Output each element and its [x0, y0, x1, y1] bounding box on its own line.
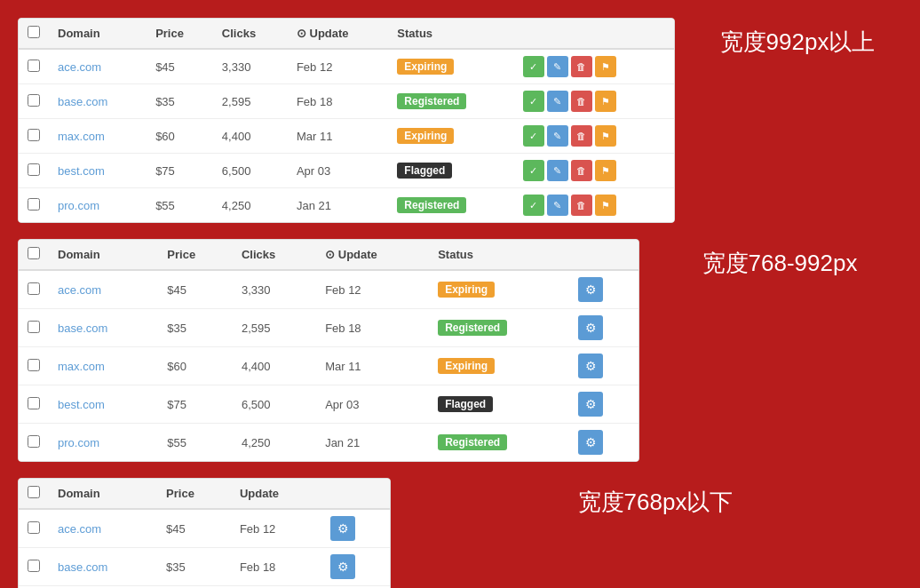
row-checkbox[interactable]	[28, 129, 40, 141]
delete-button[interactable]: 🗑	[571, 195, 592, 216]
cell-status: Expiring	[388, 119, 513, 154]
cell-price: $55	[158, 424, 233, 462]
row-checkbox[interactable]	[28, 359, 40, 371]
section-large: Domain Price Clicks ⊙ Update Status ace.…	[18, 18, 902, 223]
cell-update: Feb 18	[316, 309, 429, 347]
row-checkbox[interactable]	[28, 521, 40, 534]
cell-update: Jan 21	[288, 188, 388, 223]
table-row: best.com $75 6,500 Apr 03 Flagged ✓ ✎ 🗑 …	[19, 154, 674, 188]
row-checkbox[interactable]	[28, 282, 40, 295]
label-small: 宽度768px以下	[408, 478, 902, 518]
cell-update: Feb 12	[316, 270, 429, 309]
row-checkbox[interactable]	[28, 321, 40, 333]
flag-button[interactable]: ⚑	[595, 160, 616, 181]
section-small: Domain Price Update ace.com $45 Feb 12 ⚙…	[18, 478, 902, 588]
col-status-lg: Status	[388, 19, 513, 49]
check-button[interactable]: ✓	[523, 125, 544, 147]
cell-status: Registered	[388, 84, 513, 119]
cell-update: Mar 11	[288, 119, 388, 154]
check-button[interactable]: ✓	[523, 195, 544, 216]
delete-button[interactable]: 🗑	[571, 56, 592, 77]
edit-button[interactable]: ✎	[547, 160, 568, 181]
delete-button[interactable]: 🗑	[571, 125, 592, 147]
table-small: Domain Price Update ace.com $45 Feb 12 ⚙…	[18, 478, 391, 588]
table-row: pro.com $55 4,250 Jan 21 Registered ⚙	[19, 424, 638, 462]
gear-button[interactable]: ⚙	[578, 277, 603, 302]
cell-update: Feb 12	[288, 49, 388, 84]
gear-button[interactable]: ⚙	[578, 392, 603, 417]
cell-domain: pro.com	[49, 188, 147, 223]
col-clicks-md: Clicks	[233, 240, 316, 270]
cell-update: Apr 03	[288, 154, 388, 188]
cell-price: $45	[157, 509, 231, 548]
table-row: max.com $60 4,400 Mar 11 Expiring ✓ ✎ 🗑 …	[19, 119, 674, 154]
cell-update: Jan 21	[316, 424, 429, 462]
cell-clicks: 4,400	[213, 119, 288, 154]
cell-update: Feb 12	[231, 509, 321, 548]
flag-button[interactable]: ⚑	[595, 195, 616, 216]
cell-domain: best.com	[49, 154, 147, 188]
cell-actions: ⚙	[569, 347, 638, 385]
edit-button[interactable]: ✎	[547, 56, 568, 77]
check-button[interactable]: ✓	[523, 91, 544, 112]
cell-actions: ⚙	[569, 270, 638, 309]
col-update-sm: Update	[231, 479, 321, 509]
cell-domain: max.com	[49, 347, 158, 385]
gear-button[interactable]: ⚙	[330, 554, 355, 579]
table-row: ace.com $45 3,330 Feb 12 Expiring ✓ ✎ 🗑 …	[19, 49, 674, 84]
cell-clicks: 4,250	[233, 424, 316, 462]
flag-button[interactable]: ⚑	[595, 56, 616, 77]
row-checkbox[interactable]	[28, 198, 40, 211]
section-medium: Domain Price Clicks ⊙ Update Status ace.…	[18, 239, 902, 462]
edit-button[interactable]: ✎	[547, 195, 568, 216]
cell-price: $75	[147, 154, 213, 188]
check-button[interactable]: ✓	[523, 56, 544, 77]
row-checkbox[interactable]	[28, 94, 40, 107]
flag-button[interactable]: ⚑	[595, 125, 616, 147]
cell-domain: base.com	[49, 309, 158, 347]
cell-actions: ✓ ✎ 🗑 ⚑	[514, 188, 674, 223]
cell-domain: max.com	[49, 119, 147, 154]
cell-clicks: 2,595	[233, 309, 316, 347]
cell-clicks: 4,250	[213, 188, 288, 223]
cell-actions: ⚙	[569, 309, 638, 347]
table-large: Domain Price Clicks ⊙ Update Status ace.…	[18, 18, 675, 223]
col-clicks-lg: Clicks	[213, 19, 288, 49]
col-actions-md	[569, 240, 638, 270]
cell-status: Registered	[388, 188, 513, 223]
select-all-md[interactable]	[28, 247, 40, 259]
delete-button[interactable]: 🗑	[571, 160, 592, 181]
select-all-lg[interactable]	[28, 26, 40, 38]
row-checkbox[interactable]	[28, 60, 40, 72]
cell-update: Feb 18	[231, 548, 321, 586]
edit-button[interactable]: ✎	[547, 91, 568, 112]
row-checkbox[interactable]	[28, 163, 40, 176]
edit-button[interactable]: ✎	[547, 125, 568, 147]
cell-domain: ace.com	[49, 270, 158, 309]
cell-domain: best.com	[49, 385, 158, 424]
row-checkbox[interactable]	[28, 435, 40, 448]
gear-button[interactable]: ⚙	[330, 516, 355, 541]
cell-update: Mar 11	[316, 347, 429, 385]
col-price-md: Price	[158, 240, 233, 270]
cell-domain: base.com	[49, 84, 147, 119]
check-button[interactable]: ✓	[523, 160, 544, 181]
gear-button[interactable]: ⚙	[578, 430, 603, 455]
table-row: best.com $75 6,500 Apr 03 Flagged ⚙	[19, 385, 638, 424]
gear-button[interactable]: ⚙	[578, 354, 603, 378]
label-large: 宽度992px以上	[693, 18, 902, 58]
cell-status: Registered	[429, 424, 569, 462]
gear-button[interactable]: ⚙	[578, 315, 603, 340]
flag-button[interactable]: ⚑	[595, 91, 616, 112]
col-status-md: Status	[429, 240, 569, 270]
col-actions-lg	[514, 19, 674, 49]
cell-status: Flagged	[388, 154, 513, 188]
label-medium: 宽度768-992px	[657, 239, 902, 279]
row-checkbox[interactable]	[28, 560, 40, 572]
cell-price: $35	[158, 309, 233, 347]
row-checkbox[interactable]	[28, 397, 40, 409]
select-all-sm[interactable]	[28, 486, 40, 498]
cell-domain: ace.com	[49, 509, 157, 548]
cell-status: Flagged	[429, 385, 569, 424]
delete-button[interactable]: 🗑	[571, 91, 592, 112]
